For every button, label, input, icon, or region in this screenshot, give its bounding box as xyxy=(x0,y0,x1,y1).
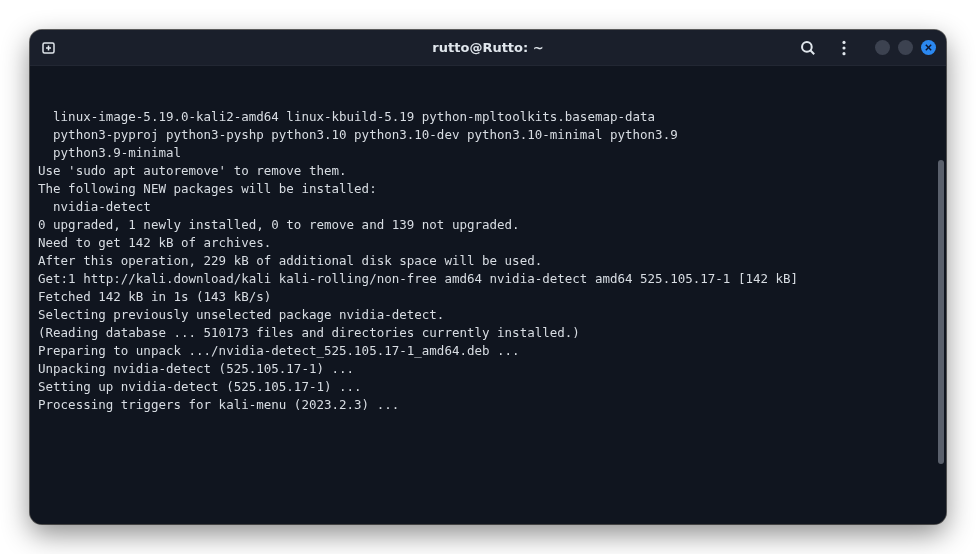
close-button[interactable] xyxy=(921,40,936,55)
output-line: Setting up nvidia-detect (525.105.17-1) … xyxy=(38,378,938,396)
maximize-button[interactable] xyxy=(898,40,913,55)
output-line: python3.9-minimal xyxy=(38,144,938,162)
output-line: (Reading database ... 510173 files and d… xyxy=(38,324,938,342)
output-line: linux-image-5.19.0-kali2-amd64 linux-kbu… xyxy=(38,108,938,126)
terminal-output: linux-image-5.19.0-kali2-amd64 linux-kbu… xyxy=(38,108,938,414)
output-line: After this operation, 229 kB of addition… xyxy=(38,252,938,270)
output-line: nvidia-detect xyxy=(38,198,938,216)
svg-point-6 xyxy=(842,46,845,49)
output-line: Use 'sudo apt autoremove' to remove them… xyxy=(38,162,938,180)
output-line: Need to get 142 kB of archives. xyxy=(38,234,938,252)
output-line: Selecting previously unselected package … xyxy=(38,306,938,324)
scrollbar[interactable] xyxy=(938,70,944,518)
titlebar: rutto@Rutto: ~ xyxy=(30,30,946,66)
svg-point-3 xyxy=(802,42,812,52)
search-button[interactable] xyxy=(799,39,817,57)
prompt-block-1: ┌──(rutto㉿Rutto)-[~] └─$ nvidia-detect N… xyxy=(38,486,938,524)
svg-point-5 xyxy=(842,40,845,43)
scrollbar-thumb[interactable] xyxy=(938,160,944,465)
output-line: Processing triggers for kali-menu (2023.… xyxy=(38,396,938,414)
menu-button[interactable] xyxy=(835,39,853,57)
new-tab-button[interactable] xyxy=(40,39,58,57)
output-line: python3-pyproj python3-pyshp python3.10 … xyxy=(38,126,938,144)
output-line: 0 upgraded, 1 newly installed, 0 to remo… xyxy=(38,216,938,234)
svg-point-7 xyxy=(842,52,845,55)
output-line: Get:1 http://kali.download/kali kali-rol… xyxy=(38,270,938,288)
minimize-button[interactable] xyxy=(875,40,890,55)
output-line: Preparing to unpack .../nvidia-detect_52… xyxy=(38,342,938,360)
svg-line-4 xyxy=(811,50,815,54)
terminal-viewport[interactable]: linux-image-5.19.0-kali2-amd64 linux-kbu… xyxy=(30,66,946,524)
output-line: Unpacking nvidia-detect (525.105.17-1) .… xyxy=(38,360,938,378)
output-line: The following NEW packages will be insta… xyxy=(38,180,938,198)
output-line: Fetched 142 kB in 1s (143 kB/s) xyxy=(38,288,938,306)
terminal-window: rutto@Rutto: ~ xyxy=(30,30,946,524)
window-controls xyxy=(875,40,936,55)
